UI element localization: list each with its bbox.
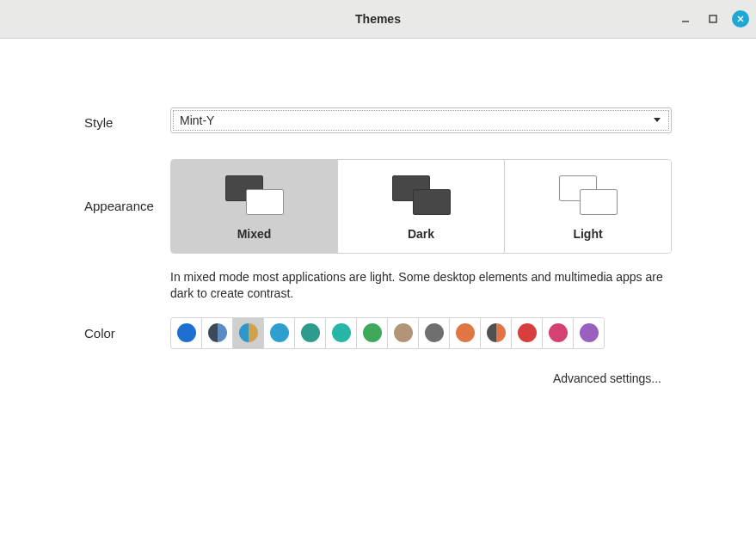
svg-marker-4 [654,118,661,122]
chevron-down-icon [652,114,662,127]
color-swatch[interactable] [201,317,233,349]
color-circle-icon [456,323,475,342]
color-circle-icon [270,323,289,342]
color-swatch[interactable] [263,317,295,349]
color-row: Color [84,317,672,349]
color-swatch[interactable] [449,317,481,349]
color-swatch[interactable] [170,317,202,349]
color-circle-icon [301,323,320,342]
color-circle-icon [177,323,196,342]
window-title: Themes [355,12,401,26]
color-swatch[interactable] [232,317,264,349]
style-dropdown[interactable]: Mint-Y [170,107,672,133]
mixed-mode-icon [225,175,284,215]
color-swatch[interactable] [325,317,357,349]
color-swatch[interactable] [356,317,388,349]
appearance-option-dark[interactable]: Dark [338,160,505,253]
color-swatch[interactable] [542,317,574,349]
appearance-option-label: Mixed [237,227,272,241]
advanced-settings-link[interactable]: Advanced settings... [84,371,672,385]
color-circle-icon [363,323,382,342]
color-swatch[interactable] [387,317,419,349]
dark-mode-icon [392,175,451,215]
color-swatch[interactable] [573,317,605,349]
color-circle-icon [549,323,568,342]
minimize-button[interactable] [677,10,694,28]
color-circle-icon [208,323,227,342]
color-swatch[interactable] [511,317,543,349]
appearance-option-mixed[interactable]: Mixed [171,160,338,253]
color-circle-icon [332,323,351,342]
color-circle-icon [239,323,258,342]
appearance-row: Appearance Mixed Dark [84,159,672,302]
appearance-label: Appearance [84,159,170,213]
color-swatches [170,317,672,349]
style-label: Style [84,112,170,130]
color-circle-icon [425,323,444,342]
light-mode-icon [559,175,618,215]
color-label: Color [84,326,170,341]
appearance-description: In mixed mode most applications are ligh… [170,269,672,302]
color-circle-icon [518,323,537,342]
color-circle-icon [394,323,413,342]
color-swatch[interactable] [480,317,512,349]
appearance-options: Mixed Dark Light [170,159,672,254]
appearance-option-light[interactable]: Light [505,160,671,253]
style-selected-value: Mint-Y [180,114,652,127]
color-swatch[interactable] [418,317,450,349]
close-button[interactable] [732,10,749,28]
appearance-option-label: Dark [408,227,434,241]
themes-content: Style Mint-Y Appearance Mixed [0,39,756,385]
window-controls [677,10,749,28]
svg-rect-1 [710,15,716,22]
titlebar: Themes [0,0,756,39]
style-row: Style Mint-Y [84,107,672,133]
maximize-button[interactable] [704,10,722,28]
color-circle-icon [580,323,599,342]
color-circle-icon [487,323,506,342]
appearance-option-label: Light [573,227,602,241]
color-swatch[interactable] [294,317,326,349]
